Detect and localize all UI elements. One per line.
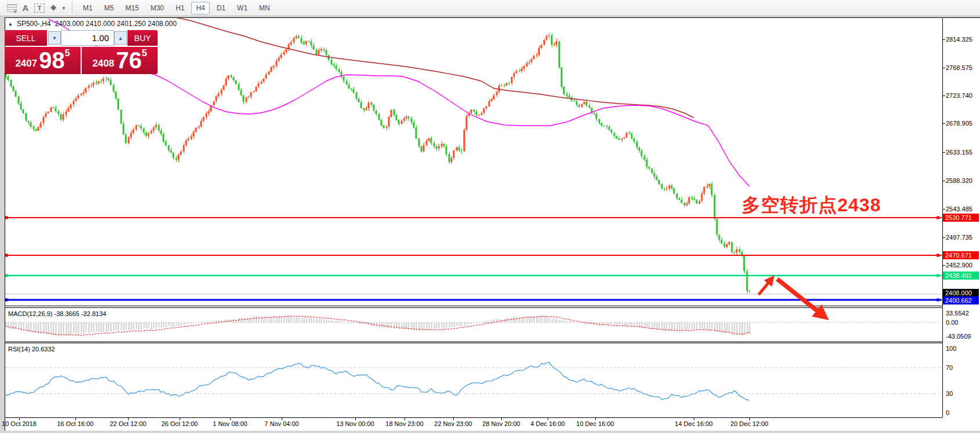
date-axis-label: 7 Nov 04:00 (264, 420, 298, 427)
axis-separator-border (942, 17, 943, 417)
new-order-icon[interactable]: F (5, 2, 19, 14)
volume-input[interactable] (61, 30, 114, 46)
rsi-line (6, 362, 749, 401)
macd-rsi-splitter[interactable] (5, 342, 942, 342)
toolbar-separator (72, 2, 72, 14)
macd-axis-label: -43.0509 (946, 333, 971, 340)
macd-histogram (6, 315, 750, 335)
symbol-marker-icon: ▲ (8, 21, 13, 27)
price-axis-label: 2633.155 (946, 149, 972, 156)
rsi-label: RSI(14) 20.6332 (8, 346, 55, 353)
one-click-trade-panel: SELL ▼ ▲ BUY 2407 98 5 2408 76 5 (5, 30, 158, 74)
sell-price-tile[interactable]: 2407 98 5 (5, 46, 81, 74)
price-axis-label: 2814.325 (946, 36, 972, 43)
price-axis-label: 2723.740 (946, 92, 972, 99)
horizontal-level-lines[interactable] (5, 216, 942, 302)
objects-icon[interactable]: ❖ (46, 2, 60, 14)
price-badge: 2408.000 (943, 289, 979, 297)
timeframe-button-MN[interactable]: MN (254, 2, 275, 14)
sell-price-stem: 2407 (15, 58, 37, 69)
chart-title: ▲ SP500-,H4 2403.000 2410.000 2401.250 2… (8, 20, 177, 28)
rsi-top-border (5, 343, 942, 343)
date-axis-label: 18 Nov 23:00 (385, 420, 423, 427)
timeframe-button-D1[interactable]: D1 (212, 2, 230, 14)
chart-ohlc-values: 2403.000 2410.000 2401.250 2408.000 (55, 20, 177, 28)
chart-annotation-text[interactable]: 多空转折点2438 (742, 193, 881, 218)
timeframe-button-M1[interactable]: M1 (78, 2, 97, 14)
timeframe-button-M5[interactable]: M5 (100, 2, 119, 14)
macd-axis-label: 0.00 (946, 319, 958, 326)
timeframe-toolbar: M1M5M15M30H1H4D1W1MN (77, 2, 276, 14)
macd-indicator-pane[interactable] (5, 308, 942, 342)
price-badge: 2438.491 (943, 271, 979, 280)
main-macd-splitter[interactable] (5, 306, 942, 306)
trading-app: F A T ❖ ▾ M1M5M15M30H1H4D1W1MN ▲ SP500-,… (0, 0, 980, 433)
buy-price-tile[interactable]: 2408 76 5 (82, 46, 158, 74)
chart-top-border (5, 17, 980, 18)
sell-button[interactable]: SELL (5, 30, 47, 46)
date-axis-label: 10 Oct 2018 (2, 420, 37, 427)
timeframe-button-H4[interactable]: H4 (191, 2, 209, 14)
buy-price-big: 76 (116, 49, 142, 72)
volume-increase-button[interactable]: ▲ (114, 31, 127, 45)
price-badge: 2530.771 (943, 214, 979, 222)
price-axis-label: 2452.900 (946, 262, 972, 269)
timeframe-button-W1[interactable]: W1 (232, 2, 252, 14)
price-badge: 2400.662 (943, 296, 979, 304)
date-axis-label: 26 Oct 12:00 (162, 420, 198, 427)
new-order-icon-letter: F (14, 9, 17, 14)
price-axis-label: 2543.485 (946, 206, 972, 212)
time-axis-border (5, 417, 942, 418)
price-axis-label: 2588.320 (946, 177, 972, 184)
macd-axis-label: 33.5542 (946, 310, 969, 317)
text-tool-icon[interactable]: T (32, 2, 46, 14)
ma-slow-line (176, 18, 694, 118)
date-axis-label: 13 Nov 00:00 (336, 420, 374, 427)
date-axis-label: 22 Nov 23:00 (434, 420, 472, 427)
rsi-axis-label: 0 (946, 409, 949, 416)
price-badge: 2470.671 (943, 251, 979, 259)
rsi-axis-label: 70 (946, 364, 953, 371)
date-axis-label: 22 Oct 12:00 (110, 420, 147, 427)
date-axis-label: 20 Dec 12:00 (730, 420, 768, 427)
price-axis-label: 2768.575 (946, 64, 972, 71)
chart-symbol-period: SP500-,H4 (17, 20, 51, 28)
timeframe-button-M30[interactable]: M30 (146, 2, 169, 14)
rsi-indicator-pane[interactable] (5, 343, 942, 417)
sell-price-sup: 5 (65, 48, 70, 58)
date-axis-label: 16 Oct 16:00 (57, 420, 94, 427)
toolbar: F A T ❖ ▾ M1M5M15M30H1H4D1W1MN (0, 0, 980, 16)
macd-signal-line (6, 316, 750, 336)
rsi-axis-label: 30 (946, 390, 953, 397)
buy-price-sup: 5 (142, 48, 147, 58)
label-tool-icon[interactable]: A (19, 2, 32, 14)
price-axis-label: 2678.905 (946, 120, 972, 127)
date-axis-label: 1 Nov 08:00 (213, 420, 247, 427)
macd-top-border (5, 307, 942, 308)
chart-left-border (5, 17, 5, 431)
objects-dropdown-caret-icon[interactable]: ▾ (60, 2, 67, 14)
timeframe-button-H1[interactable]: H1 (171, 2, 189, 14)
price-axis-label: 2497.735 (946, 234, 972, 241)
volume-decrease-button[interactable]: ▼ (48, 31, 61, 45)
date-axis-label: 28 Nov 20:00 (482, 420, 520, 427)
timeframe-button-M15[interactable]: M15 (121, 2, 143, 14)
sell-price-big: 98 (39, 49, 65, 72)
date-axis-label: 10 Dec 16:00 (576, 420, 614, 427)
date-axis-label: 14 Dec 16:00 (675, 420, 712, 427)
macd-label: MACD(12,26,9) -38.3665 -32.8134 (8, 310, 106, 317)
date-axis-label: 4 Dec 16:00 (530, 420, 564, 427)
buy-price-stem: 2408 (92, 58, 114, 69)
buy-button[interactable]: BUY (127, 30, 158, 46)
rsi-axis-label: 100 (946, 345, 956, 352)
